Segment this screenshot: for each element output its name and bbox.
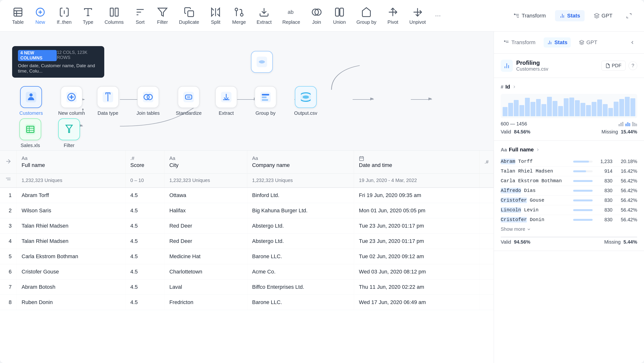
extract-icon	[258, 6, 270, 18]
node-sales-xls[interactable]: Sales.xls	[20, 118, 41, 148]
svg-point-93	[504, 41, 505, 42]
expand-col-header	[0, 151, 17, 173]
node-customers[interactable]: Customers	[20, 86, 43, 116]
freq-count: 830	[596, 178, 612, 184]
toolbar-table[interactable]: Table	[8, 4, 28, 28]
tab-transform[interactable]: Transform	[501, 37, 539, 48]
profile-section-id: # Id	[494, 78, 644, 141]
cell-score: 4.5	[125, 234, 164, 249]
new-icon	[34, 6, 46, 18]
cell-datetime: Tue 23 Jun, 2020 01:17 pm	[354, 234, 480, 249]
col-header-fullname[interactable]: Aa Full name	[17, 151, 126, 173]
toolbar-replace[interactable]: ab Replace	[278, 4, 304, 28]
toolbar-ifthen[interactable]: If..then	[52, 4, 76, 28]
cell-fullname: Abram Torff	[17, 188, 126, 203]
collapse-btn[interactable]	[622, 11, 636, 21]
freq-bar-bg	[573, 190, 592, 192]
transform-btn[interactable]: Transform	[510, 10, 550, 21]
section-fullname-title[interactable]: Aa Full name	[501, 147, 637, 153]
bar-chart-small-icon[interactable]	[618, 122, 624, 126]
toolbar-columns[interactable]: Columns	[100, 4, 128, 28]
fullname-freq-list: Abram Torff 1,233 20.18% Talan Rhiel Mad…	[501, 157, 637, 224]
cell-extra	[480, 203, 494, 218]
chevron-down-icon	[527, 227, 531, 231]
node-group-by[interactable]: Group by	[254, 86, 276, 116]
svg-point-55	[30, 93, 33, 97]
cell-datetime: Tue 23 Jun, 2020 01:17 pm	[354, 218, 480, 234]
col-header-score[interactable]: .# Score	[125, 151, 164, 173]
bar-chart-large-icon[interactable]	[632, 122, 637, 126]
tab-stats[interactable]: Stats	[544, 37, 571, 48]
svg-rect-25	[335, 8, 339, 16]
toolbar-join[interactable]: Join	[306, 4, 327, 28]
table-row: 8 Ruben Donin 4.5 Fredricton Barone LLC.…	[0, 295, 494, 310]
cell-extra	[480, 295, 494, 310]
help-button[interactable]: ?	[628, 61, 637, 70]
data-table-container: Aa Full name .# Score	[0, 150, 494, 363]
svg-rect-11	[115, 8, 118, 16]
cell-datetime: Wed 03 Jun, 2020 08:12 pm	[354, 264, 480, 279]
svg-rect-102	[622, 122, 623, 126]
node-filter[interactable]: Filter	[58, 118, 80, 148]
toolbar-split[interactable]: Split	[205, 4, 226, 28]
node-join-tables[interactable]: Join tables	[136, 86, 160, 116]
right-panel-tabs: Transform Stats GPT	[501, 37, 600, 48]
toolbar-groupby[interactable]: Group by	[352, 4, 381, 28]
cell-company: Big Kahuna Burger Ltd.	[247, 203, 354, 218]
replace-icon: ab	[286, 6, 297, 18]
chevron-right-icon	[512, 85, 516, 89]
freq-bar-bg	[573, 219, 592, 221]
freq-item: Carla Ekstrom Bothman 830 56.42%	[501, 176, 637, 186]
gpt-btn[interactable]: GPT	[590, 10, 617, 21]
collapse-panel-btn[interactable]	[628, 38, 637, 47]
node-extract[interactable]: Extract	[215, 86, 237, 116]
freq-count: 830	[596, 207, 612, 213]
cell-extra	[480, 218, 494, 234]
freq-bar-fill	[573, 209, 592, 211]
freq-name: Talan Rhiel Madsen	[501, 168, 570, 174]
stats-btn[interactable]: Stats	[555, 10, 584, 21]
cell-datetime: Wed 17 Jun, 2020 06:49 am	[354, 295, 480, 310]
toolbar-pivot[interactable]: Pivot	[382, 4, 403, 28]
svg-rect-105	[629, 124, 630, 126]
table-header-row: Aa Full name .# Score	[0, 151, 494, 173]
show-more-btn[interactable]: Show more	[501, 224, 637, 234]
col-header-datetime[interactable]: Date and time	[354, 151, 480, 173]
toolbar-extract[interactable]: Extract	[252, 4, 276, 28]
toolbar-sort[interactable]: Sort	[130, 4, 150, 28]
toolbar-type[interactable]: Type	[78, 4, 98, 28]
node-output-csv[interactable]: Output.csv	[294, 86, 318, 116]
node-branch-output[interactable]	[251, 51, 273, 73]
pdf-button[interactable]: PDF	[601, 61, 626, 71]
freq-name: Lincoln Levin	[501, 207, 570, 213]
toolbar-filter[interactable]: Filter	[152, 4, 173, 28]
freq-bar-bg	[573, 180, 592, 182]
freq-pct: 56.42%	[616, 178, 637, 184]
tab-gpt[interactable]: GPT	[576, 37, 600, 48]
node-new-column[interactable]: New column	[58, 86, 85, 116]
cell-city: Medicine Hat	[164, 249, 247, 264]
toolbar-union[interactable]: Union	[329, 4, 350, 28]
col-header-company[interactable]: Aa Company name	[247, 151, 354, 173]
cell-fullname: Wilson Saris	[17, 203, 126, 218]
svg-rect-72	[262, 94, 269, 96]
cell-company: Binford Ltd.	[247, 188, 354, 203]
svg-rect-0	[14, 8, 22, 16]
node-data-type[interactable]: Data type	[97, 86, 119, 116]
toolbar-unpivot[interactable]: Unpivot	[405, 4, 430, 28]
cell-fullname: Abram Botosh	[17, 279, 126, 295]
bar-chart-medium-icon[interactable]	[625, 122, 630, 126]
toolbar-duplicate[interactable]: Duplicate	[174, 4, 204, 28]
toolbar-more[interactable]: ⋯	[432, 11, 444, 21]
svg-rect-26	[340, 8, 344, 16]
split-icon	[210, 6, 222, 18]
col-header-city[interactable]: Aa City	[164, 151, 247, 173]
node-standardize[interactable]: Standardize	[176, 86, 202, 116]
table-stats-row: 1,232,323 Uniques 0 – 10 1,232,323 Uniqu…	[0, 173, 494, 188]
toolbar-new[interactable]: New	[30, 4, 50, 28]
section-id-title[interactable]: # Id	[501, 84, 637, 90]
table-row: 1 Abram Torff 4.5 Ottawa Binford Ltd. Fr…	[0, 188, 494, 203]
toolbar-merge[interactable]: Merge	[228, 4, 250, 28]
cell-company: Biffco Enterprises Ltd.	[247, 279, 354, 295]
cell-score: 4.5	[125, 295, 164, 310]
